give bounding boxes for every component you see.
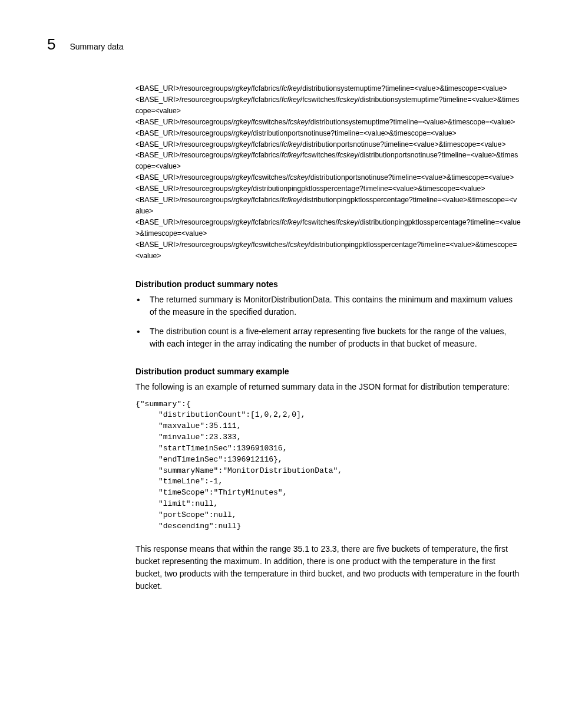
uri-line: <BASE_URI>/resourcegroups/rgkey/fcfabric… xyxy=(135,195,521,217)
example-code-block: {"summary":{ "distributionCount":[1,0,2,… xyxy=(135,399,521,532)
uri-variable: rgkey xyxy=(233,218,251,226)
uri-list: <BASE_URI>/resourcegroups/rgkey/fcfabric… xyxy=(135,83,521,262)
uri-variable: rgkey xyxy=(233,118,251,126)
page-header: 5 Summary data xyxy=(47,35,521,54)
uri-line: <BASE_URI>/resourcegroups/rgkey/fcfabric… xyxy=(135,83,521,94)
uri-variable: fcfkey xyxy=(282,95,300,104)
uri-variable: fcskey xyxy=(288,118,309,126)
uri-variable: rgkey xyxy=(233,241,251,249)
uri-variable: fcskey xyxy=(338,95,358,104)
example-heading: Distribution product summary example xyxy=(135,367,521,376)
uri-variable: fcfkey xyxy=(282,196,300,204)
uri-variable: rgkey xyxy=(233,140,251,149)
example-explanation: This response means that within the rang… xyxy=(135,543,521,592)
uri-line: <BASE_URI>/resourcegroups/rgkey/fcfabric… xyxy=(135,94,521,117)
notes-heading: Distribution product summary notes xyxy=(135,279,521,289)
uri-variable: fcskey xyxy=(338,151,358,159)
uri-line: <BASE_URI>/resourcegroups/rgkey/fcswitch… xyxy=(135,172,521,183)
uri-variable: fcfkey xyxy=(282,140,300,149)
uri-line: <BASE_URI>/resourcegroups/rgkey/distribu… xyxy=(135,183,521,195)
chapter-title: Summary data xyxy=(70,42,123,51)
notes-bullet: The returned summary is MonitorDistribut… xyxy=(147,294,521,318)
uri-variable: fcfkey xyxy=(282,218,300,226)
uri-variable: rgkey xyxy=(233,95,251,104)
body-column: <BASE_URI>/resourcegroups/rgkey/fcfabric… xyxy=(135,83,521,592)
uri-variable: fcfkey xyxy=(282,84,300,93)
uri-variable: rgkey xyxy=(233,151,251,159)
uri-line: <BASE_URI>/resourcegroups/rgkey/fcswitch… xyxy=(135,239,521,262)
uri-line: <BASE_URI>/resourcegroups/rgkey/fcswitch… xyxy=(135,117,521,128)
uri-variable: rgkey xyxy=(233,185,251,193)
page: 5 Summary data <BASE_URI>/resourcegroups… xyxy=(0,0,562,634)
uri-line: <BASE_URI>/resourcegroups/rgkey/fcfabric… xyxy=(135,139,521,150)
uri-variable: fcskey xyxy=(288,173,309,182)
uri-line: <BASE_URI>/resourcegroups/rgkey/fcfabric… xyxy=(135,217,521,239)
notes-bullet: The distribution count is a five-element… xyxy=(147,325,521,350)
example-intro: The following is an example of returned … xyxy=(135,381,521,393)
chapter-number: 5 xyxy=(47,35,55,54)
uri-variable: fcskey xyxy=(288,241,309,249)
notes-list: The returned summary is MonitorDistribut… xyxy=(135,294,521,350)
uri-variable: rgkey xyxy=(233,129,251,137)
uri-variable: fcfkey xyxy=(282,151,300,159)
uri-line: <BASE_URI>/resourcegroups/rgkey/fcfabric… xyxy=(135,150,521,172)
uri-variable: rgkey xyxy=(233,84,251,93)
uri-line: <BASE_URI>/resourcegroups/rgkey/distribu… xyxy=(135,128,521,139)
uri-variable: rgkey xyxy=(233,173,251,182)
uri-variable: fcskey xyxy=(338,218,358,226)
uri-variable: rgkey xyxy=(233,196,251,204)
